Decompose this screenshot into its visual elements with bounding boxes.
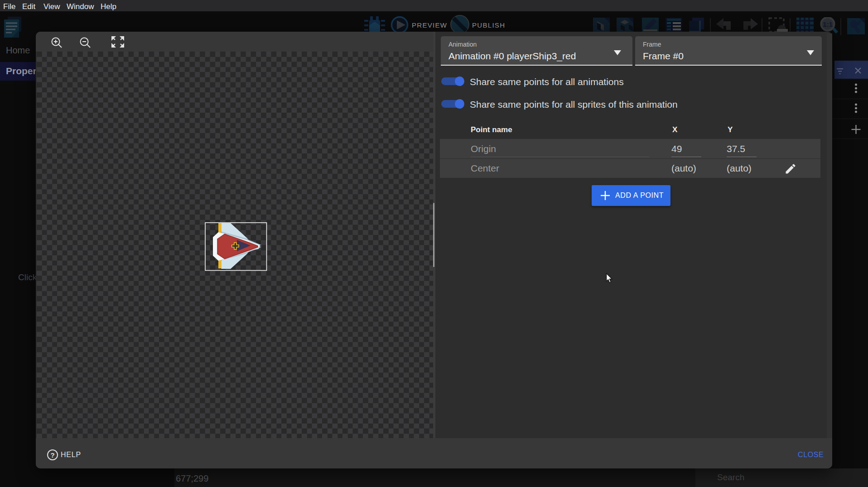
svg-text:PREVIEW: PREVIEW (412, 21, 447, 29)
svg-text:PUBLISH: PUBLISH (472, 21, 505, 29)
svg-text:?: ? (50, 451, 54, 459)
svg-text:1:1: 1:1 (823, 20, 833, 28)
